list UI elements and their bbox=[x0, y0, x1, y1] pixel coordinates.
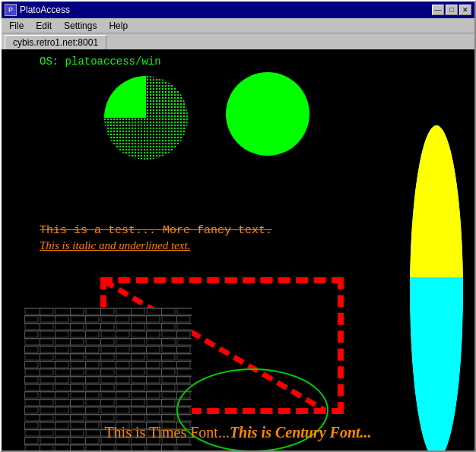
menu-help[interactable]: Help bbox=[103, 19, 134, 33]
title-bar-left: P PlatoAccess bbox=[5, 4, 70, 16]
century-font-text: This is Century Font... bbox=[230, 424, 372, 441]
italic-underline-text: This is italic and underlined text. bbox=[40, 239, 190, 252]
pie-chart-1 bbox=[100, 72, 192, 163]
main-window: P PlatoAccess — □ ✕ File Edit Settings H… bbox=[0, 0, 476, 452]
minimize-button[interactable]: — bbox=[432, 5, 444, 15]
menu-file[interactable]: File bbox=[3, 19, 30, 33]
menu-edit[interactable]: Edit bbox=[30, 19, 58, 33]
menu-settings[interactable]: Settings bbox=[58, 19, 103, 33]
times-font-text: This is Times Font... bbox=[104, 424, 230, 441]
bottom-text-container: This is Times Font... This is Century Fo… bbox=[2, 424, 474, 441]
tab-connection[interactable]: cybis.retro1.net:8001 bbox=[5, 35, 106, 49]
close-button[interactable]: ✕ bbox=[459, 5, 471, 15]
oval-shape bbox=[410, 125, 463, 450]
svg-rect-6 bbox=[410, 125, 463, 273]
app-icon: P bbox=[5, 4, 17, 16]
tab-bar: cybis.retro1.net:8001 bbox=[2, 33, 474, 49]
menu-bar: File Edit Settings Help bbox=[2, 18, 474, 33]
window-title: PlatoAccess bbox=[20, 5, 70, 15]
strikethrough-text: This is a test... More fancy text. bbox=[40, 224, 272, 237]
pie-chart-2 bbox=[226, 72, 309, 156]
maximize-button[interactable]: □ bbox=[446, 5, 458, 15]
title-bar-buttons: — □ ✕ bbox=[432, 5, 471, 15]
os-text: OS: platoaccess/win bbox=[40, 55, 161, 68]
title-bar: P PlatoAccess — □ ✕ bbox=[2, 2, 474, 18]
canvas-area: OS: platoaccess/win bbox=[2, 49, 474, 450]
